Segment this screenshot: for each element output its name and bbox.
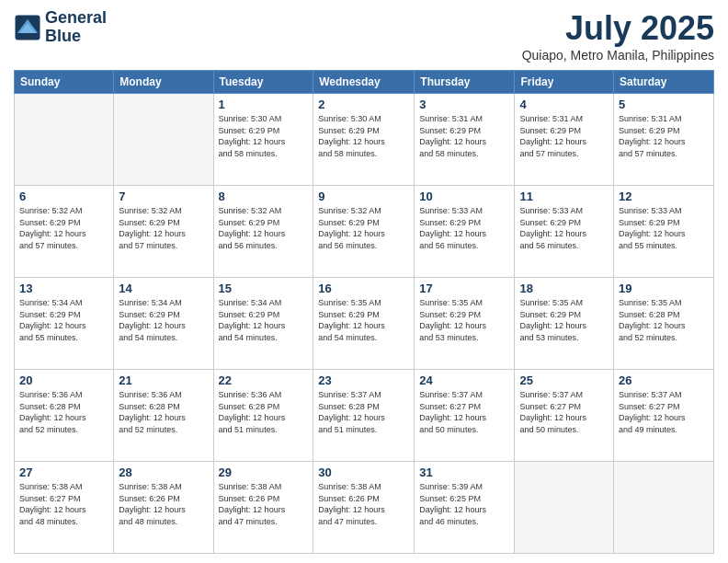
- calendar-cell: 13Sunrise: 5:34 AM Sunset: 6:29 PM Dayli…: [15, 278, 114, 370]
- calendar-cell: 1Sunrise: 5:30 AM Sunset: 6:29 PM Daylig…: [213, 94, 313, 186]
- weekday-header-row: SundayMondayTuesdayWednesdayThursdayFrid…: [15, 71, 714, 94]
- logo-text: General Blue: [45, 9, 107, 46]
- weekday-header-monday: Monday: [114, 71, 213, 94]
- weekday-header-wednesday: Wednesday: [313, 71, 415, 94]
- week-row-2: 6Sunrise: 5:32 AM Sunset: 6:29 PM Daylig…: [15, 186, 714, 278]
- calendar-body: 1Sunrise: 5:30 AM Sunset: 6:29 PM Daylig…: [15, 94, 714, 554]
- weekday-header-sunday: Sunday: [15, 71, 114, 94]
- day-number: 5: [619, 98, 709, 111]
- calendar-cell: 23Sunrise: 5:37 AM Sunset: 6:28 PM Dayli…: [313, 370, 415, 462]
- calendar-cell: 9Sunrise: 5:32 AM Sunset: 6:29 PM Daylig…: [313, 186, 415, 278]
- day-info: Sunrise: 5:32 AM Sunset: 6:29 PM Dayligh…: [219, 205, 309, 251]
- logo-icon: [14, 14, 41, 41]
- day-number: 7: [119, 190, 208, 203]
- day-number: 23: [318, 373, 409, 387]
- calendar-cell: 15Sunrise: 5:34 AM Sunset: 6:29 PM Dayli…: [213, 278, 313, 370]
- day-number: 30: [318, 465, 409, 479]
- day-number: 21: [119, 373, 208, 387]
- calendar-cell: 16Sunrise: 5:35 AM Sunset: 6:29 PM Dayli…: [313, 278, 415, 370]
- calendar-cell: 14Sunrise: 5:34 AM Sunset: 6:29 PM Dayli…: [114, 278, 213, 370]
- calendar-cell: 10Sunrise: 5:33 AM Sunset: 6:29 PM Dayli…: [415, 186, 515, 278]
- calendar-cell: 2Sunrise: 5:30 AM Sunset: 6:29 PM Daylig…: [313, 94, 415, 186]
- calendar-cell: 26Sunrise: 5:37 AM Sunset: 6:27 PM Dayli…: [614, 370, 714, 462]
- calendar-cell: 21Sunrise: 5:36 AM Sunset: 6:28 PM Dayli…: [114, 370, 213, 462]
- day-number: 9: [318, 190, 409, 203]
- weekday-header-saturday: Saturday: [614, 71, 714, 94]
- day-info: Sunrise: 5:38 AM Sunset: 6:27 PM Dayligh…: [19, 481, 108, 527]
- day-number: 3: [419, 98, 509, 111]
- day-number: 29: [219, 465, 309, 479]
- day-info: Sunrise: 5:37 AM Sunset: 6:27 PM Dayligh…: [619, 389, 709, 435]
- calendar-cell: 17Sunrise: 5:35 AM Sunset: 6:29 PM Dayli…: [415, 278, 515, 370]
- day-number: 22: [219, 373, 309, 387]
- calendar-header: SundayMondayTuesdayWednesdayThursdayFrid…: [15, 71, 714, 94]
- calendar-cell: 22Sunrise: 5:36 AM Sunset: 6:28 PM Dayli…: [213, 370, 313, 462]
- day-number: 25: [519, 373, 609, 387]
- calendar-cell: 24Sunrise: 5:37 AM Sunset: 6:27 PM Dayli…: [415, 370, 515, 462]
- week-row-3: 13Sunrise: 5:34 AM Sunset: 6:29 PM Dayli…: [15, 278, 714, 370]
- calendar-cell: 19Sunrise: 5:35 AM Sunset: 6:28 PM Dayli…: [614, 278, 714, 370]
- day-info: Sunrise: 5:37 AM Sunset: 6:28 PM Dayligh…: [318, 389, 409, 435]
- day-info: Sunrise: 5:37 AM Sunset: 6:27 PM Dayligh…: [419, 389, 509, 435]
- day-info: Sunrise: 5:39 AM Sunset: 6:25 PM Dayligh…: [419, 481, 509, 527]
- day-info: Sunrise: 5:36 AM Sunset: 6:28 PM Dayligh…: [219, 389, 309, 435]
- location: Quiapo, Metro Manila, Philippines: [522, 48, 714, 63]
- title-block: July 2025 Quiapo, Metro Manila, Philippi…: [522, 9, 714, 63]
- calendar-cell: 8Sunrise: 5:32 AM Sunset: 6:29 PM Daylig…: [213, 186, 313, 278]
- calendar-cell: [15, 94, 114, 186]
- day-info: Sunrise: 5:31 AM Sunset: 6:29 PM Dayligh…: [519, 113, 609, 159]
- day-number: 8: [219, 190, 309, 203]
- header: General Blue July 2025 Quiapo, Metro Man…: [14, 9, 714, 63]
- week-row-5: 27Sunrise: 5:38 AM Sunset: 6:27 PM Dayli…: [15, 462, 714, 554]
- calendar-cell: 27Sunrise: 5:38 AM Sunset: 6:27 PM Dayli…: [15, 462, 114, 554]
- week-row-4: 20Sunrise: 5:36 AM Sunset: 6:28 PM Dayli…: [15, 370, 714, 462]
- day-info: Sunrise: 5:34 AM Sunset: 6:29 PM Dayligh…: [119, 297, 208, 343]
- day-number: 19: [619, 282, 709, 295]
- day-number: 11: [519, 190, 609, 203]
- day-info: Sunrise: 5:31 AM Sunset: 6:29 PM Dayligh…: [419, 113, 509, 159]
- day-number: 4: [519, 98, 609, 111]
- day-number: 2: [318, 98, 409, 111]
- day-info: Sunrise: 5:35 AM Sunset: 6:29 PM Dayligh…: [519, 297, 609, 343]
- day-number: 16: [318, 282, 409, 295]
- day-info: Sunrise: 5:36 AM Sunset: 6:28 PM Dayligh…: [119, 389, 208, 435]
- day-info: Sunrise: 5:38 AM Sunset: 6:26 PM Dayligh…: [318, 481, 409, 527]
- day-number: 13: [19, 282, 108, 295]
- day-number: 28: [119, 465, 208, 479]
- day-info: Sunrise: 5:38 AM Sunset: 6:26 PM Dayligh…: [119, 481, 208, 527]
- page: General Blue July 2025 Quiapo, Metro Man…: [0, 0, 728, 563]
- day-number: 20: [19, 373, 108, 387]
- day-number: 10: [419, 190, 509, 203]
- calendar-table: SundayMondayTuesdayWednesdayThursdayFrid…: [14, 70, 714, 554]
- calendar-cell: [515, 462, 614, 554]
- calendar-cell: 11Sunrise: 5:33 AM Sunset: 6:29 PM Dayli…: [515, 186, 614, 278]
- weekday-header-friday: Friday: [515, 71, 614, 94]
- day-info: Sunrise: 5:30 AM Sunset: 6:29 PM Dayligh…: [219, 113, 309, 159]
- calendar-cell: 3Sunrise: 5:31 AM Sunset: 6:29 PM Daylig…: [415, 94, 515, 186]
- day-number: 1: [219, 98, 309, 111]
- day-info: Sunrise: 5:37 AM Sunset: 6:27 PM Dayligh…: [519, 389, 609, 435]
- day-info: Sunrise: 5:34 AM Sunset: 6:29 PM Dayligh…: [19, 297, 108, 343]
- day-info: Sunrise: 5:33 AM Sunset: 6:29 PM Dayligh…: [619, 205, 709, 251]
- day-number: 15: [219, 282, 309, 295]
- day-info: Sunrise: 5:35 AM Sunset: 6:28 PM Dayligh…: [619, 297, 709, 343]
- day-info: Sunrise: 5:34 AM Sunset: 6:29 PM Dayligh…: [219, 297, 309, 343]
- day-info: Sunrise: 5:33 AM Sunset: 6:29 PM Dayligh…: [419, 205, 509, 251]
- calendar-cell: 7Sunrise: 5:32 AM Sunset: 6:29 PM Daylig…: [114, 186, 213, 278]
- calendar-cell: 29Sunrise: 5:38 AM Sunset: 6:26 PM Dayli…: [213, 462, 313, 554]
- calendar-cell: 30Sunrise: 5:38 AM Sunset: 6:26 PM Dayli…: [313, 462, 415, 554]
- calendar-cell: [614, 462, 714, 554]
- calendar-cell: [114, 94, 213, 186]
- day-info: Sunrise: 5:38 AM Sunset: 6:26 PM Dayligh…: [219, 481, 309, 527]
- day-info: Sunrise: 5:31 AM Sunset: 6:29 PM Dayligh…: [619, 113, 709, 159]
- calendar-cell: 31Sunrise: 5:39 AM Sunset: 6:25 PM Dayli…: [415, 462, 515, 554]
- calendar-cell: 20Sunrise: 5:36 AM Sunset: 6:28 PM Dayli…: [15, 370, 114, 462]
- day-info: Sunrise: 5:36 AM Sunset: 6:28 PM Dayligh…: [19, 389, 108, 435]
- calendar-cell: 6Sunrise: 5:32 AM Sunset: 6:29 PM Daylig…: [15, 186, 114, 278]
- day-number: 6: [19, 190, 108, 203]
- day-number: 18: [519, 282, 609, 295]
- day-number: 26: [619, 373, 709, 387]
- day-info: Sunrise: 5:32 AM Sunset: 6:29 PM Dayligh…: [318, 205, 409, 251]
- day-number: 31: [419, 465, 509, 479]
- day-info: Sunrise: 5:35 AM Sunset: 6:29 PM Dayligh…: [419, 297, 509, 343]
